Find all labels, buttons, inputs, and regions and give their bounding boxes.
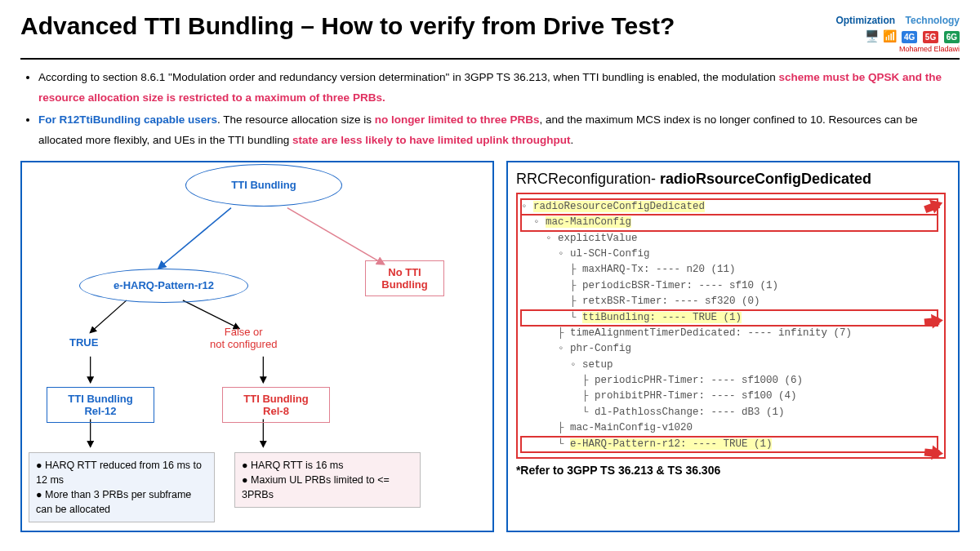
intro-bullets: According to section 8.6.1 "Modulation o… (20, 68, 960, 151)
bullet-1-text: According to section 8.6.1 "Modulation o… (38, 71, 778, 83)
bullet-2: For R12TtiBundling capable users. The re… (38, 110, 960, 151)
note-rel12-b: More than 3 PRBs per subframe can be all… (36, 487, 207, 517)
chart-icon: 📶 (883, 29, 897, 42)
right-panel-trace: RRCReconfiguration- radioRsourceConfigDe… (506, 161, 960, 532)
tree-line: ◦ mac-MainConfig (521, 215, 938, 230)
note-rel8-a: HARQ RTT is 16 ms (242, 458, 413, 473)
tree-line: ◦ setup (521, 358, 938, 373)
svg-line-1 (287, 208, 384, 264)
bullet-2-t1: . The resource allocation size is (217, 113, 375, 126)
badge-technology: Technology (906, 15, 960, 26)
right-title: RRCReconfiguration- radioRsourceConfigDe… (516, 171, 950, 188)
page-title: Advanced TTI Bundling – How to verify fr… (20, 12, 675, 40)
footnote: *Refer to 3GPP TS 36.213 & TS 36.306 (516, 464, 950, 477)
bullet-2-em1: no longer limited to three PRBs (375, 113, 540, 126)
tree-line: ├ periodicBSR-Timer: ---- sf10 (1) (521, 278, 938, 294)
note-rel8-b: Maxium UL PRBs limited to <= 3PRBs (242, 473, 413, 502)
label-true: TRUE (69, 336, 98, 349)
tree-line: └ dl-PathlossChange: ---- dB3 (1) (521, 405, 938, 420)
author-label: Mohamed Eladawi (829, 45, 960, 53)
header-badges: Optimization Technology 🖥️ 📶 4G 5G 6G Mo… (829, 12, 960, 53)
bullet-1: According to section 8.6.1 "Modulation o… (38, 68, 960, 109)
note-rel8: HARQ RTT is 16 ms Maxium UL PRBs limited… (234, 452, 421, 508)
note-rel12: HARQ RTT reduced from 16 ms to 12 ms Mor… (29, 452, 215, 523)
right-title-b: radioRsourceConfigDedicated (660, 171, 871, 187)
tree-line: └ e-HARQ-Pattern-r12: ---- TRUE (1) (521, 437, 938, 452)
tag-6g: 6G (944, 31, 960, 43)
tree-line: ├ retxBSR-Timer: ---- sf320 (0) (521, 294, 938, 309)
callout-arrow-icon (922, 313, 951, 329)
bullet-2-em2: state are less likely to have limited up… (292, 134, 571, 146)
tree-line: ◦ phr-Config (521, 341, 938, 357)
tag-5g: 5G (923, 31, 938, 43)
svg-line-0 (158, 208, 231, 269)
right-title-a: RRCReconfiguration- (516, 171, 660, 187)
tree-line: ├ maxHARQ-Tx: ---- n20 (11) (521, 262, 938, 278)
node-rel8: TTI Bundling Rel-8 (222, 387, 330, 423)
svg-line-3 (183, 300, 239, 328)
node-eharq: e-HARQ-Pattern-r12 (79, 269, 248, 303)
tree-line: ├ prohibitPHR-Timer: ---- sf100 (4) (521, 389, 938, 404)
node-no-tti: No TTI Bundling (365, 260, 444, 296)
tree-line: ├ mac-MainConfig-v1020 (521, 420, 938, 436)
divider (20, 58, 960, 60)
bullet-2-end: . (571, 134, 574, 146)
tree-line: └ ttiBundling: ---- TRUE (1) (521, 310, 938, 326)
callout-arrow-icon (922, 446, 951, 461)
tag-4g: 4G (902, 31, 917, 43)
bullet-2-lead: For R12TtiBundling capable users (38, 113, 217, 126)
label-false: False or not configured (210, 326, 277, 351)
tree-line: ◦ ul-SCH-Config (521, 247, 938, 262)
tree-line: ◦ radioResourceConfigDedicated (521, 199, 938, 215)
left-panel-diagram: TTI Bundling e-HARQ-Pattern-r12 No TTI B… (20, 161, 494, 532)
monitor-icon: 🖥️ (865, 29, 879, 42)
tree-line: ◦ explicitValue (521, 231, 938, 247)
note-rel12-a: HARQ RTT reduced from 16 ms to 12 ms (36, 458, 207, 487)
tree-line: ├ periodicPHR-Timer: ---- sf1000 (6) (521, 373, 938, 389)
node-rel12: TTI Bundling Rel-12 (47, 387, 154, 423)
badge-optimization: Optimization (835, 15, 895, 26)
tree-line: ├ timeAlignmentTimerDedicated: ---- infi… (521, 326, 938, 341)
signaling-tree: ◦ radioResourceConfigDedicated ◦ mac-Mai… (516, 193, 946, 459)
node-root: TTI Bundling (185, 164, 342, 207)
svg-line-2 (91, 300, 127, 332)
